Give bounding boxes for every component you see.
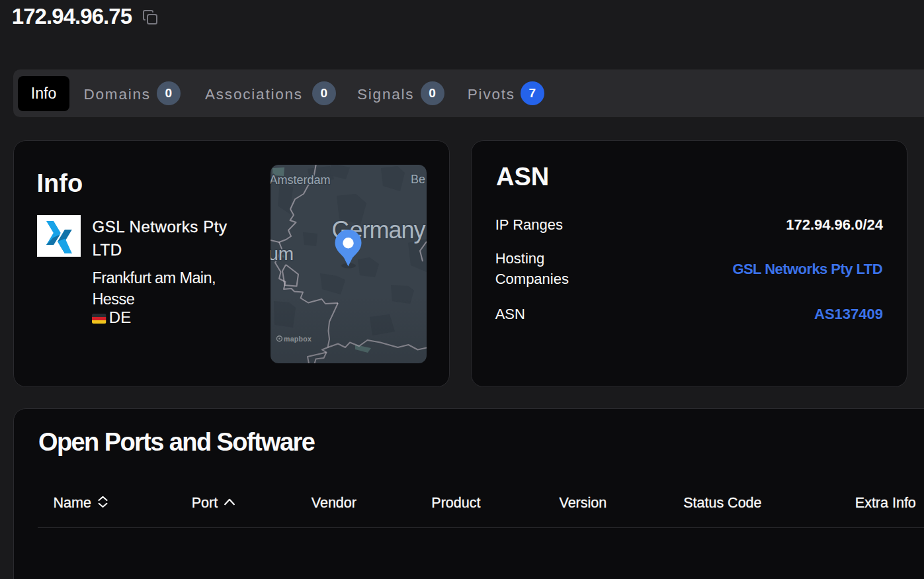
svg-text:mapbox: mapbox [284, 335, 312, 343]
